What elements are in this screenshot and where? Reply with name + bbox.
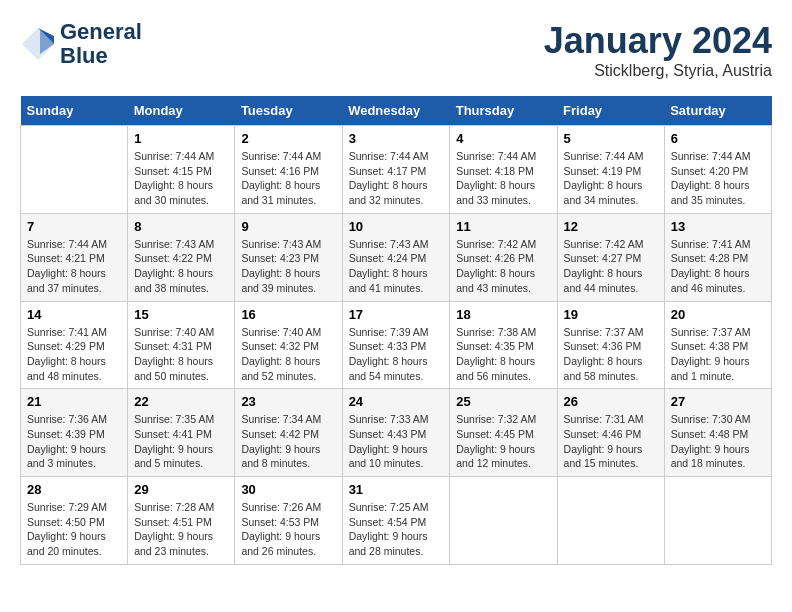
sunrise: Sunrise: 7:43 AM — [134, 238, 214, 250]
day-number: 27 — [671, 394, 765, 409]
daylight: Daylight: 9 hours and 20 minutes. — [27, 530, 106, 557]
sunset: Sunset: 4:26 PM — [456, 252, 534, 264]
day-number: 3 — [349, 131, 444, 146]
daylight: Daylight: 8 hours and 31 minutes. — [241, 179, 320, 206]
column-header-monday: Monday — [128, 96, 235, 126]
sunrise: Sunrise: 7:41 AM — [27, 326, 107, 338]
sunrise: Sunrise: 7:44 AM — [349, 150, 429, 162]
sunrise: Sunrise: 7:43 AM — [349, 238, 429, 250]
sunrise: Sunrise: 7:37 AM — [671, 326, 751, 338]
sunset: Sunset: 4:54 PM — [349, 516, 427, 528]
location: Sticklberg, Styria, Austria — [544, 62, 772, 80]
day-info: Sunrise: 7:42 AM Sunset: 4:26 PM Dayligh… — [456, 237, 550, 296]
sunset: Sunset: 4:16 PM — [241, 165, 319, 177]
sunrise: Sunrise: 7:44 AM — [27, 238, 107, 250]
day-number: 31 — [349, 482, 444, 497]
daylight: Daylight: 9 hours and 10 minutes. — [349, 443, 428, 470]
day-info: Sunrise: 7:38 AM Sunset: 4:35 PM Dayligh… — [456, 325, 550, 384]
logo-text: General Blue — [60, 20, 142, 68]
day-info: Sunrise: 7:34 AM Sunset: 4:42 PM Dayligh… — [241, 412, 335, 471]
column-header-tuesday: Tuesday — [235, 96, 342, 126]
sunset: Sunset: 4:51 PM — [134, 516, 212, 528]
calendar-cell: 11 Sunrise: 7:42 AM Sunset: 4:26 PM Dayl… — [450, 213, 557, 301]
calendar-cell: 13 Sunrise: 7:41 AM Sunset: 4:28 PM Dayl… — [664, 213, 771, 301]
column-header-thursday: Thursday — [450, 96, 557, 126]
daylight: Daylight: 8 hours and 52 minutes. — [241, 355, 320, 382]
week-row-1: 1 Sunrise: 7:44 AM Sunset: 4:15 PM Dayli… — [21, 126, 772, 214]
daylight: Daylight: 9 hours and 3 minutes. — [27, 443, 106, 470]
logo: General Blue — [20, 20, 142, 68]
calendar-cell — [21, 126, 128, 214]
day-info: Sunrise: 7:41 AM Sunset: 4:29 PM Dayligh… — [27, 325, 121, 384]
sunrise: Sunrise: 7:30 AM — [671, 413, 751, 425]
calendar-cell: 15 Sunrise: 7:40 AM Sunset: 4:31 PM Dayl… — [128, 301, 235, 389]
day-number: 28 — [27, 482, 121, 497]
sunrise: Sunrise: 7:39 AM — [349, 326, 429, 338]
calendar-cell: 4 Sunrise: 7:44 AM Sunset: 4:18 PM Dayli… — [450, 126, 557, 214]
calendar-cell: 26 Sunrise: 7:31 AM Sunset: 4:46 PM Dayl… — [557, 389, 664, 477]
day-info: Sunrise: 7:39 AM Sunset: 4:33 PM Dayligh… — [349, 325, 444, 384]
day-number: 2 — [241, 131, 335, 146]
day-info: Sunrise: 7:29 AM Sunset: 4:50 PM Dayligh… — [27, 500, 121, 559]
sunset: Sunset: 4:21 PM — [27, 252, 105, 264]
sunset: Sunset: 4:29 PM — [27, 340, 105, 352]
calendar-cell — [450, 477, 557, 565]
sunset: Sunset: 4:38 PM — [671, 340, 749, 352]
daylight: Daylight: 8 hours and 44 minutes. — [564, 267, 643, 294]
week-row-2: 7 Sunrise: 7:44 AM Sunset: 4:21 PM Dayli… — [21, 213, 772, 301]
day-number: 15 — [134, 307, 228, 322]
sunrise: Sunrise: 7:42 AM — [456, 238, 536, 250]
daylight: Daylight: 8 hours and 41 minutes. — [349, 267, 428, 294]
day-info: Sunrise: 7:28 AM Sunset: 4:51 PM Dayligh… — [134, 500, 228, 559]
sunrise: Sunrise: 7:25 AM — [349, 501, 429, 513]
day-info: Sunrise: 7:31 AM Sunset: 4:46 PM Dayligh… — [564, 412, 658, 471]
sunset: Sunset: 4:48 PM — [671, 428, 749, 440]
calendar-cell — [664, 477, 771, 565]
day-number: 24 — [349, 394, 444, 409]
calendar-cell: 17 Sunrise: 7:39 AM Sunset: 4:33 PM Dayl… — [342, 301, 450, 389]
sunrise: Sunrise: 7:43 AM — [241, 238, 321, 250]
month-title: January 2024 — [544, 20, 772, 62]
day-number: 17 — [349, 307, 444, 322]
day-info: Sunrise: 7:32 AM Sunset: 4:45 PM Dayligh… — [456, 412, 550, 471]
day-number: 26 — [564, 394, 658, 409]
day-info: Sunrise: 7:30 AM Sunset: 4:48 PM Dayligh… — [671, 412, 765, 471]
day-info: Sunrise: 7:25 AM Sunset: 4:54 PM Dayligh… — [349, 500, 444, 559]
daylight: Daylight: 8 hours and 54 minutes. — [349, 355, 428, 382]
sunset: Sunset: 4:18 PM — [456, 165, 534, 177]
day-info: Sunrise: 7:44 AM Sunset: 4:18 PM Dayligh… — [456, 149, 550, 208]
daylight: Daylight: 8 hours and 56 minutes. — [456, 355, 535, 382]
day-number: 22 — [134, 394, 228, 409]
calendar-cell: 2 Sunrise: 7:44 AM Sunset: 4:16 PM Dayli… — [235, 126, 342, 214]
calendar-cell: 14 Sunrise: 7:41 AM Sunset: 4:29 PM Dayl… — [21, 301, 128, 389]
sunset: Sunset: 4:50 PM — [27, 516, 105, 528]
sunrise: Sunrise: 7:44 AM — [671, 150, 751, 162]
day-info: Sunrise: 7:43 AM Sunset: 4:24 PM Dayligh… — [349, 237, 444, 296]
calendar-cell: 20 Sunrise: 7:37 AM Sunset: 4:38 PM Dayl… — [664, 301, 771, 389]
daylight: Daylight: 8 hours and 50 minutes. — [134, 355, 213, 382]
sunset: Sunset: 4:15 PM — [134, 165, 212, 177]
day-info: Sunrise: 7:43 AM Sunset: 4:22 PM Dayligh… — [134, 237, 228, 296]
day-number: 16 — [241, 307, 335, 322]
sunset: Sunset: 4:19 PM — [564, 165, 642, 177]
day-info: Sunrise: 7:33 AM Sunset: 4:43 PM Dayligh… — [349, 412, 444, 471]
day-number: 9 — [241, 219, 335, 234]
day-info: Sunrise: 7:44 AM Sunset: 4:19 PM Dayligh… — [564, 149, 658, 208]
calendar-cell: 21 Sunrise: 7:36 AM Sunset: 4:39 PM Dayl… — [21, 389, 128, 477]
daylight: Daylight: 9 hours and 26 minutes. — [241, 530, 320, 557]
day-number: 4 — [456, 131, 550, 146]
calendar-cell: 7 Sunrise: 7:44 AM Sunset: 4:21 PM Dayli… — [21, 213, 128, 301]
daylight: Daylight: 9 hours and 1 minute. — [671, 355, 750, 382]
header-row: SundayMondayTuesdayWednesdayThursdayFrid… — [21, 96, 772, 126]
day-info: Sunrise: 7:41 AM Sunset: 4:28 PM Dayligh… — [671, 237, 765, 296]
calendar-cell: 1 Sunrise: 7:44 AM Sunset: 4:15 PM Dayli… — [128, 126, 235, 214]
sunset: Sunset: 4:22 PM — [134, 252, 212, 264]
calendar-cell: 29 Sunrise: 7:28 AM Sunset: 4:51 PM Dayl… — [128, 477, 235, 565]
daylight: Daylight: 9 hours and 5 minutes. — [134, 443, 213, 470]
sunrise: Sunrise: 7:44 AM — [456, 150, 536, 162]
calendar-cell: 10 Sunrise: 7:43 AM Sunset: 4:24 PM Dayl… — [342, 213, 450, 301]
calendar-cell: 28 Sunrise: 7:29 AM Sunset: 4:50 PM Dayl… — [21, 477, 128, 565]
sunrise: Sunrise: 7:28 AM — [134, 501, 214, 513]
week-row-5: 28 Sunrise: 7:29 AM Sunset: 4:50 PM Dayl… — [21, 477, 772, 565]
daylight: Daylight: 8 hours and 37 minutes. — [27, 267, 106, 294]
